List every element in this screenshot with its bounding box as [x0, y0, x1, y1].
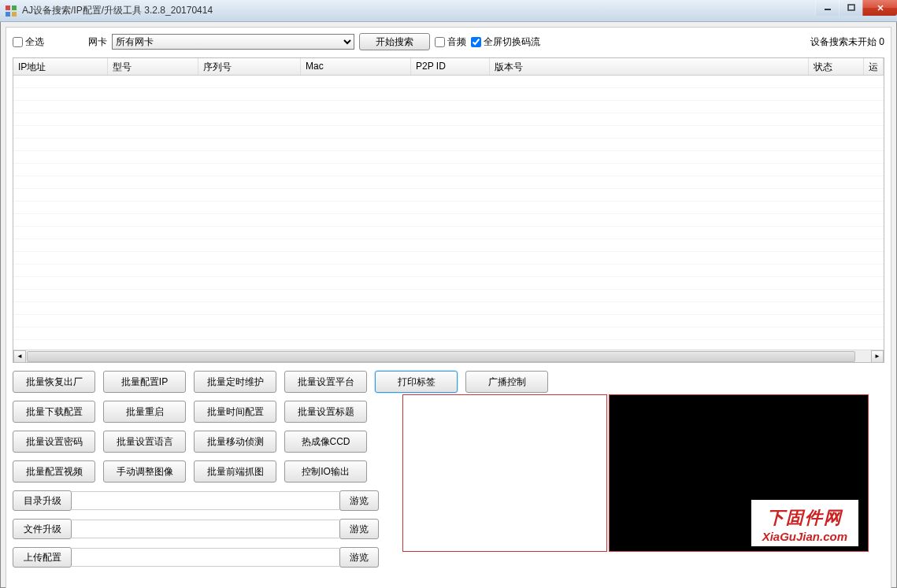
svg-rect-0: [6, 6, 10, 10]
table-row: [13, 176, 884, 189]
scroll-right-icon[interactable]: ►: [871, 350, 884, 363]
dir-upgrade-browse-button[interactable]: 游览: [339, 490, 379, 511]
watermark-cn: 下固件网: [762, 506, 847, 530]
table-row: [13, 126, 884, 139]
audio-checkbox-label[interactable]: 音频: [435, 35, 466, 49]
print-label-button[interactable]: 打印标签: [375, 371, 458, 393]
col-run[interactable]: 运: [864, 58, 884, 75]
svg-rect-4: [825, 9, 831, 10]
batch-password-button[interactable]: 批量设置密码: [13, 431, 95, 453]
batch-title-button[interactable]: 批量设置标题: [284, 401, 367, 423]
upload-config-button[interactable]: 上传配置: [13, 547, 72, 568]
table-row: [13, 264, 884, 277]
maximize-button[interactable]: [839, 0, 862, 16]
dir-upgrade-button[interactable]: 目录升级: [13, 490, 72, 511]
table-row: [13, 227, 884, 239]
window-controls: [815, 0, 897, 16]
table-row: [13, 189, 884, 202]
table-row: [13, 214, 884, 227]
svg-rect-1: [12, 6, 17, 10]
table-row: [13, 277, 884, 290]
table-row: [13, 315, 884, 327]
audio-checkbox[interactable]: [435, 37, 445, 47]
upload-config-browse-button[interactable]: 游览: [339, 547, 379, 568]
table-row: [13, 164, 884, 176]
preview-left: [402, 394, 607, 552]
table-row: [13, 139, 884, 151]
watermark-en: XiaGuJian.com: [762, 530, 847, 543]
table-row: [13, 88, 884, 101]
batch-factory-reset-button[interactable]: 批量恢复出厂: [13, 371, 95, 393]
nic-label: 网卡: [88, 35, 107, 49]
batch-video-config-button[interactable]: 批量配置视频: [13, 460, 95, 483]
fullscreen-switch-text: 全屏切换码流: [484, 35, 540, 49]
scroll-track[interactable]: [26, 350, 871, 363]
horizontal-scrollbar[interactable]: ◄ ►: [13, 349, 884, 362]
batch-motion-detect-button[interactable]: 批量移动侦测: [194, 431, 276, 453]
batch-config-ip-button[interactable]: 批量配置IP: [103, 371, 186, 393]
control-io-output-button[interactable]: 控制IO输出: [284, 460, 367, 483]
batch-maintenance-button[interactable]: 批量定时维护: [194, 371, 276, 393]
col-ip[interactable]: IP地址: [13, 58, 108, 75]
preview-right: 下固件网 XiaGuJian.com: [609, 394, 869, 552]
svg-rect-2: [6, 12, 10, 17]
batch-platform-button[interactable]: 批量设置平台: [284, 371, 367, 393]
fullscreen-switch-checkbox[interactable]: [471, 37, 481, 47]
select-all-checkbox[interactable]: [13, 37, 23, 47]
scroll-thumb[interactable]: [27, 351, 855, 362]
table-row: [13, 76, 884, 88]
col-version[interactable]: 版本号: [490, 58, 809, 75]
dir-upgrade-input[interactable]: [72, 491, 339, 510]
batch-language-button[interactable]: 批量设置语言: [103, 431, 186, 453]
batch-reboot-button[interactable]: 批量重启: [103, 401, 186, 423]
batch-front-snapshot-button[interactable]: 批量前端抓图: [194, 460, 276, 483]
fullscreen-switch-label[interactable]: 全屏切换码流: [471, 35, 540, 49]
watermark: 下固件网 XiaGuJian.com: [751, 500, 858, 546]
table-row: [13, 252, 884, 264]
select-all-checkbox-label[interactable]: 全选: [13, 35, 44, 49]
audio-text: 音频: [447, 35, 466, 49]
batch-time-config-button[interactable]: 批量时间配置: [194, 401, 276, 423]
table-row: [13, 290, 884, 302]
app-icon: [5, 5, 17, 17]
file-upgrade-browse-button[interactable]: 游览: [339, 519, 379, 539]
close-button[interactable]: [862, 0, 897, 16]
col-p2p[interactable]: P2P ID: [411, 58, 490, 75]
table-row: [13, 302, 884, 315]
table-row: [13, 202, 884, 214]
preview-area: 下固件网 XiaGuJian.com: [402, 394, 869, 552]
nic-select[interactable]: 所有网卡: [112, 34, 354, 50]
broadcast-control-button[interactable]: 广播控制: [465, 371, 548, 393]
table-row: [13, 327, 884, 340]
file-upgrade-button[interactable]: 文件升级: [13, 519, 72, 539]
col-state[interactable]: 状态: [809, 58, 864, 75]
toolbar: 全选 网卡 所有网卡 开始搜索 音频 全屏切换码流 设备搜索未开始 0: [13, 32, 884, 51]
table-row: [13, 101, 884, 113]
table-row: [13, 113, 884, 126]
file-upgrade-input[interactable]: [72, 520, 339, 538]
table-body: [13, 76, 884, 351]
device-table: IP地址 型号 序列号 Mac P2P ID 版本号 状态 运: [13, 57, 884, 363]
thermal-ccd-button[interactable]: 热成像CCD: [284, 431, 367, 453]
col-serial[interactable]: 序列号: [198, 58, 301, 75]
select-all-text: 全选: [25, 35, 44, 49]
manual-image-adjust-button[interactable]: 手动调整图像: [103, 460, 186, 483]
col-model[interactable]: 型号: [108, 58, 198, 75]
title-bar: AJ设备搜索/IP配置/升级工具 3.2.8_20170414: [0, 0, 897, 22]
search-status: 设备搜索未开始 0: [810, 35, 884, 49]
table-row: [13, 239, 884, 252]
minimize-button[interactable]: [815, 0, 839, 16]
svg-rect-3: [12, 12, 17, 17]
col-mac[interactable]: Mac: [301, 58, 411, 75]
batch-download-config-button[interactable]: 批量下载配置: [13, 401, 95, 423]
upload-config-input[interactable]: [72, 548, 339, 567]
table-row: [13, 151, 884, 164]
start-search-button[interactable]: 开始搜索: [359, 33, 430, 50]
scroll-left-icon[interactable]: ◄: [13, 350, 26, 363]
svg-rect-5: [848, 5, 854, 10]
table-header: IP地址 型号 序列号 Mac P2P ID 版本号 状态 运: [13, 58, 884, 76]
window-title: AJ设备搜索/IP配置/升级工具 3.2.8_20170414: [22, 4, 213, 17]
